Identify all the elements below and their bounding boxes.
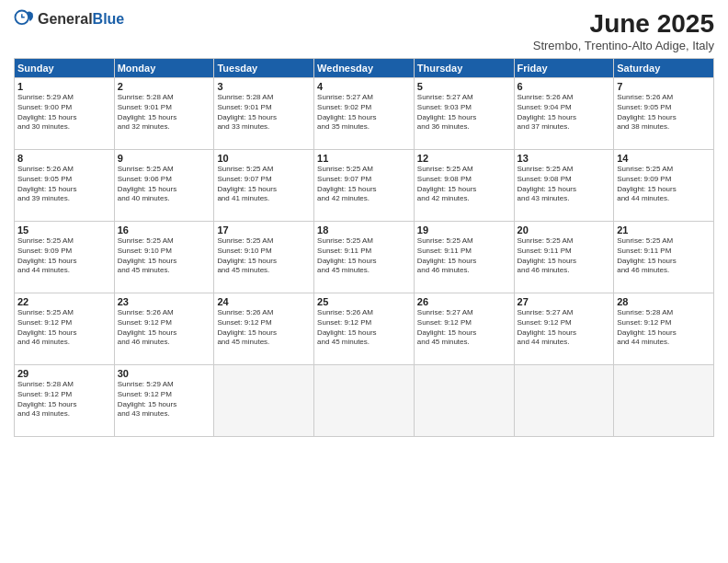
table-row: 9Sunrise: 5:25 AM Sunset: 9:06 PM Daylig… <box>114 150 214 222</box>
logo: GeneralBlue <box>14 9 124 29</box>
table-row: 15Sunrise: 5:25 AM Sunset: 9:09 PM Dayli… <box>15 222 115 293</box>
day-info: Sunrise: 5:25 AM Sunset: 9:11 PM Dayligh… <box>417 236 511 276</box>
day-number: 22 <box>17 296 111 307</box>
day-info: Sunrise: 5:25 AM Sunset: 9:07 PM Dayligh… <box>217 165 311 204</box>
day-number: 5 <box>417 81 511 92</box>
day-info: Sunrise: 5:28 AM Sunset: 9:12 PM Dayligh… <box>17 380 111 419</box>
day-number: 23 <box>118 296 211 307</box>
day-number: 13 <box>518 153 611 164</box>
table-row: 26Sunrise: 5:27 AM Sunset: 9:12 PM Dayli… <box>414 293 514 365</box>
table-row <box>414 365 514 437</box>
day-info: Sunrise: 5:28 AM Sunset: 9:01 PM Dayligh… <box>118 93 211 132</box>
day-info: Sunrise: 5:25 AM Sunset: 9:11 PM Dayligh… <box>317 236 411 276</box>
table-row: 12Sunrise: 5:25 AM Sunset: 9:08 PM Dayli… <box>414 150 514 222</box>
table-row: 29Sunrise: 5:28 AM Sunset: 9:12 PM Dayli… <box>15 365 115 437</box>
general-blue-icon <box>14 9 34 29</box>
table-row: 14Sunrise: 5:25 AM Sunset: 9:09 PM Dayli… <box>614 150 714 222</box>
header-saturday: Saturday <box>614 59 714 78</box>
week-row-3: 15Sunrise: 5:25 AM Sunset: 9:09 PM Dayli… <box>15 222 714 293</box>
day-info: Sunrise: 5:25 AM Sunset: 9:09 PM Dayligh… <box>17 236 111 276</box>
day-number: 18 <box>317 224 411 236</box>
table-row: 22Sunrise: 5:25 AM Sunset: 9:12 PM Dayli… <box>15 293 115 365</box>
day-number: 12 <box>417 153 511 164</box>
week-row-4: 22Sunrise: 5:25 AM Sunset: 9:12 PM Dayli… <box>15 293 714 365</box>
day-info: Sunrise: 5:26 AM Sunset: 9:12 PM Dayligh… <box>317 308 411 348</box>
day-number: 2 <box>118 81 211 92</box>
day-number: 21 <box>617 224 711 236</box>
table-row: 17Sunrise: 5:25 AM Sunset: 9:10 PM Dayli… <box>214 222 314 293</box>
table-row: 24Sunrise: 5:26 AM Sunset: 9:12 PM Dayli… <box>214 293 314 365</box>
table-row: 25Sunrise: 5:26 AM Sunset: 9:12 PM Dayli… <box>314 293 415 365</box>
table-row: 11Sunrise: 5:25 AM Sunset: 9:07 PM Dayli… <box>314 150 415 222</box>
table-row <box>214 365 314 437</box>
day-info: Sunrise: 5:25 AM Sunset: 9:11 PM Dayligh… <box>518 236 611 276</box>
day-number: 16 <box>118 224 211 236</box>
day-number: 7 <box>617 81 711 92</box>
day-number: 10 <box>217 153 311 164</box>
table-row <box>514 365 614 437</box>
day-info: Sunrise: 5:25 AM Sunset: 9:07 PM Dayligh… <box>317 165 411 204</box>
logo-general: General <box>38 11 93 27</box>
table-row: 23Sunrise: 5:26 AM Sunset: 9:12 PM Dayli… <box>114 293 214 365</box>
table-row <box>614 365 714 437</box>
week-row-1: 1Sunrise: 5:29 AM Sunset: 9:00 PM Daylig… <box>15 78 714 150</box>
day-info: Sunrise: 5:25 AM Sunset: 9:10 PM Dayligh… <box>217 236 311 276</box>
day-number: 17 <box>217 224 311 236</box>
day-info: Sunrise: 5:28 AM Sunset: 9:01 PM Dayligh… <box>217 93 311 132</box>
header-thursday: Thursday <box>414 59 514 78</box>
title-area: June 2025 Strembo, Trentino-Alto Adige, … <box>533 9 714 52</box>
day-number: 28 <box>617 296 711 307</box>
header-sunday: Sunday <box>15 59 115 78</box>
day-info: Sunrise: 5:26 AM Sunset: 9:12 PM Dayligh… <box>217 308 311 348</box>
table-row: 3Sunrise: 5:28 AM Sunset: 9:01 PM Daylig… <box>214 78 314 150</box>
header-friday: Friday <box>514 59 614 78</box>
day-info: Sunrise: 5:27 AM Sunset: 9:02 PM Dayligh… <box>317 93 411 132</box>
table-row: 21Sunrise: 5:25 AM Sunset: 9:11 PM Dayli… <box>614 222 714 293</box>
day-number: 11 <box>317 153 411 164</box>
table-row: 20Sunrise: 5:25 AM Sunset: 9:11 PM Dayli… <box>514 222 614 293</box>
day-number: 3 <box>217 81 311 92</box>
table-row: 27Sunrise: 5:27 AM Sunset: 9:12 PM Dayli… <box>514 293 614 365</box>
day-number: 8 <box>17 153 111 164</box>
logo-blue: Blue <box>93 11 125 27</box>
table-row: 19Sunrise: 5:25 AM Sunset: 9:11 PM Dayli… <box>414 222 514 293</box>
table-row: 30Sunrise: 5:29 AM Sunset: 9:12 PM Dayli… <box>114 365 214 437</box>
day-info: Sunrise: 5:25 AM Sunset: 9:11 PM Dayligh… <box>617 236 711 276</box>
table-row: 2Sunrise: 5:28 AM Sunset: 9:01 PM Daylig… <box>114 78 214 150</box>
table-row <box>314 365 415 437</box>
day-number: 6 <box>518 81 611 92</box>
day-number: 24 <box>217 296 311 307</box>
day-info: Sunrise: 5:27 AM Sunset: 9:03 PM Dayligh… <box>417 93 511 132</box>
table-row: 6Sunrise: 5:26 AM Sunset: 9:04 PM Daylig… <box>514 78 614 150</box>
table-row: 28Sunrise: 5:28 AM Sunset: 9:12 PM Dayli… <box>614 293 714 365</box>
header-wednesday: Wednesday <box>314 59 415 78</box>
calendar-table: Sunday Monday Tuesday Wednesday Thursday… <box>14 58 714 437</box>
day-info: Sunrise: 5:29 AM Sunset: 9:00 PM Dayligh… <box>17 93 111 132</box>
day-info: Sunrise: 5:26 AM Sunset: 9:12 PM Dayligh… <box>118 308 211 348</box>
table-row: 1Sunrise: 5:29 AM Sunset: 9:00 PM Daylig… <box>15 78 115 150</box>
day-info: Sunrise: 5:27 AM Sunset: 9:12 PM Dayligh… <box>417 308 511 348</box>
table-row: 7Sunrise: 5:26 AM Sunset: 9:05 PM Daylig… <box>614 78 714 150</box>
header-tuesday: Tuesday <box>214 59 314 78</box>
table-row: 16Sunrise: 5:25 AM Sunset: 9:10 PM Dayli… <box>114 222 214 293</box>
day-number: 4 <box>317 81 411 92</box>
day-info: Sunrise: 5:25 AM Sunset: 9:12 PM Dayligh… <box>17 308 111 348</box>
table-row: 13Sunrise: 5:25 AM Sunset: 9:08 PM Dayli… <box>514 150 614 222</box>
day-number: 14 <box>617 153 711 164</box>
day-info: Sunrise: 5:28 AM Sunset: 9:12 PM Dayligh… <box>617 308 711 348</box>
day-info: Sunrise: 5:25 AM Sunset: 9:10 PM Dayligh… <box>118 236 211 276</box>
table-row: 4Sunrise: 5:27 AM Sunset: 9:02 PM Daylig… <box>314 78 415 150</box>
weekday-header-row: Sunday Monday Tuesday Wednesday Thursday… <box>15 59 714 78</box>
day-info: Sunrise: 5:25 AM Sunset: 9:08 PM Dayligh… <box>417 165 511 204</box>
day-info: Sunrise: 5:29 AM Sunset: 9:12 PM Dayligh… <box>118 380 211 419</box>
day-number: 15 <box>17 224 111 236</box>
day-number: 19 <box>417 224 511 236</box>
table-row: 18Sunrise: 5:25 AM Sunset: 9:11 PM Dayli… <box>314 222 415 293</box>
day-info: Sunrise: 5:25 AM Sunset: 9:06 PM Dayligh… <box>118 165 211 204</box>
table-row: 5Sunrise: 5:27 AM Sunset: 9:03 PM Daylig… <box>414 78 514 150</box>
day-info: Sunrise: 5:25 AM Sunset: 9:09 PM Dayligh… <box>617 165 711 204</box>
day-number: 9 <box>118 153 211 164</box>
week-row-2: 8Sunrise: 5:26 AM Sunset: 9:05 PM Daylig… <box>15 150 714 222</box>
day-number: 27 <box>518 296 611 307</box>
day-number: 20 <box>518 224 611 236</box>
